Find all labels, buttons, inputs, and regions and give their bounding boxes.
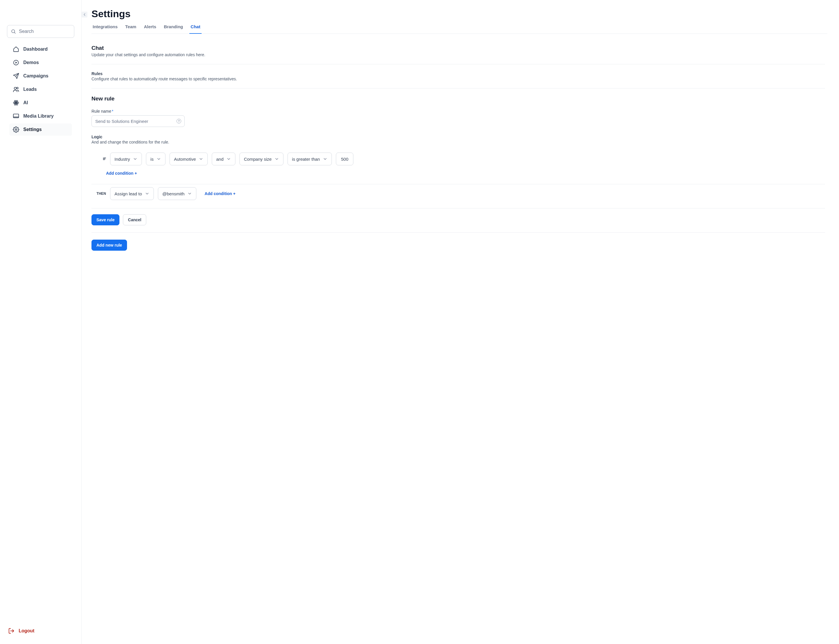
search-wrap	[7, 25, 74, 38]
svg-marker-3	[15, 61, 17, 64]
send-icon	[13, 73, 19, 79]
nav-item-label: Leads	[23, 87, 37, 92]
nav-item-settings[interactable]: Settings	[9, 123, 72, 136]
chevron-down-icon	[145, 191, 150, 196]
svg-point-0	[12, 30, 15, 33]
search-icon	[11, 29, 16, 34]
add-if-condition-button[interactable]: Add condition +	[106, 171, 137, 176]
gear-icon	[13, 127, 19, 133]
then-action-select[interactable]: Assign lead to	[110, 187, 154, 200]
if-field1-select[interactable]: Industry	[110, 153, 142, 165]
nav-item-label: Media Library	[23, 113, 54, 119]
main-content: Settings Integrations Team Alerts Brandi…	[82, 0, 839, 644]
rules-subheading: Configure chat rules to automatically ro…	[91, 77, 825, 81]
nav-item-label: Demos	[23, 60, 39, 65]
nav: Dashboard Demos Campaigns	[5, 43, 77, 136]
nav-item-campaigns[interactable]: Campaigns	[9, 70, 72, 82]
nav-item-label: Dashboard	[23, 47, 48, 52]
logout-icon	[8, 628, 15, 634]
tab-chat[interactable]: Chat	[190, 24, 201, 34]
if-value1-select[interactable]: Automotive	[170, 153, 208, 165]
back-button[interactable]	[82, 12, 87, 18]
tab-branding[interactable]: Branding	[163, 24, 184, 34]
save-rule-button[interactable]: Save rule	[91, 214, 119, 225]
new-rule-heading: New rule	[91, 95, 825, 102]
chevron-down-icon	[187, 191, 192, 196]
home-icon	[13, 46, 19, 53]
divider	[91, 232, 825, 233]
help-icon[interactable]: ?	[176, 119, 181, 123]
nav-item-dashboard[interactable]: Dashboard	[9, 43, 72, 55]
if-row: IF Industry is Automotive and	[91, 153, 825, 171]
tabs: Integrations Team Alerts Branding Chat	[91, 24, 827, 34]
tab-team[interactable]: Team	[124, 24, 137, 34]
if-op2-select[interactable]: is greater than	[288, 153, 332, 165]
divider	[91, 88, 825, 89]
nav-item-demos[interactable]: Demos	[9, 56, 72, 69]
add-then-condition-button[interactable]: Add condition +	[204, 191, 236, 196]
if-label: IF	[91, 157, 106, 161]
required-indicator: *	[112, 109, 113, 113]
if-value2-input[interactable]	[336, 153, 353, 165]
users-icon	[13, 86, 19, 93]
chat-subheading: Update your chat settings and configure …	[91, 53, 825, 57]
chevron-left-icon	[82, 13, 87, 16]
then-target-select[interactable]: @bensmith	[158, 187, 196, 200]
chevron-down-icon	[199, 157, 203, 161]
then-label: THEN	[91, 192, 106, 196]
logout-label: Logout	[19, 628, 35, 634]
tab-integrations[interactable]: Integrations	[91, 24, 119, 34]
play-circle-icon	[13, 59, 19, 66]
chevron-down-icon	[226, 157, 231, 161]
page-title: Settings	[91, 8, 825, 20]
svg-point-7	[16, 87, 18, 89]
logout-button[interactable]: Logout	[5, 625, 77, 637]
chevron-down-icon	[157, 157, 161, 161]
monitor-icon	[13, 113, 19, 119]
atom-icon	[13, 100, 19, 106]
nav-item-label: Campaigns	[23, 73, 48, 79]
rules-heading: Rules	[91, 71, 825, 76]
rule-name-label: Rule name*	[91, 109, 825, 113]
svg-point-8	[15, 102, 16, 104]
nav-item-label: AI	[23, 100, 28, 105]
if-field2-select[interactable]: Company size	[239, 153, 284, 165]
chevron-down-icon	[274, 157, 279, 161]
svg-point-6	[14, 87, 16, 89]
search-input[interactable]	[7, 25, 74, 38]
logic-subheading: And and change the conditions for the ru…	[91, 140, 825, 145]
chevron-down-icon	[323, 157, 328, 161]
nav-item-label: Settings	[23, 127, 42, 132]
nav-item-ai[interactable]: AI	[9, 97, 72, 109]
tab-alerts[interactable]: Alerts	[143, 24, 158, 34]
cancel-button[interactable]: Cancel	[123, 214, 146, 225]
add-new-rule-button[interactable]: Add new rule	[91, 240, 127, 251]
rule-name-input[interactable]	[91, 115, 185, 127]
chat-heading: Chat	[91, 45, 825, 51]
logic-heading: Logic	[91, 135, 825, 139]
if-op1-select[interactable]: is	[146, 153, 165, 165]
divider	[91, 64, 825, 64]
chevron-down-icon	[133, 157, 137, 161]
nav-item-leads[interactable]: Leads	[9, 83, 72, 95]
svg-point-14	[15, 129, 17, 130]
then-row: THEN Assign lead to @bensmith Add condit…	[91, 187, 825, 205]
svg-line-1	[14, 32, 15, 33]
sidebar: Dashboard Demos Campaigns	[0, 0, 82, 644]
nav-item-media-library[interactable]: Media Library	[9, 110, 72, 122]
if-joiner-select[interactable]: and	[212, 153, 236, 165]
